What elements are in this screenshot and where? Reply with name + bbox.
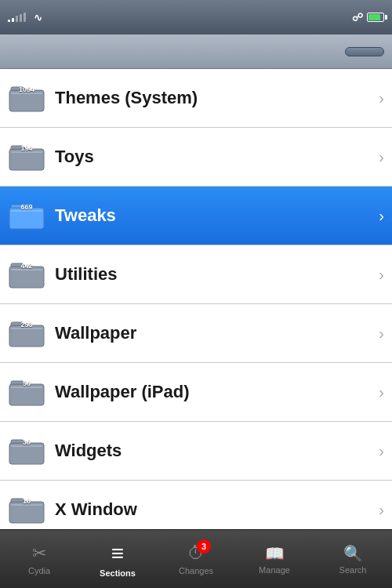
item-label-wallpaper-ipad: Wallpaper (iPad)	[55, 382, 372, 402]
folder-icon-wallpaper: 253	[8, 318, 45, 349]
chevron-icon-widgets: ›	[379, 442, 384, 460]
chevron-icon-x-window: ›	[379, 501, 384, 519]
chevron-icon-themes-system: ›	[379, 89, 384, 107]
bluetooth-icon: ☍	[352, 11, 363, 24]
status-left: ∿	[8, 12, 86, 24]
sections-list: 1054Themes (System)›194Toys›669Tweaks›44…	[0, 69, 392, 529]
status-bar: ∿ ☍	[0, 0, 392, 34]
tab-cydia[interactable]: ✂Cydia	[0, 530, 78, 588]
list-item-wallpaper-ipad[interactable]: 56Wallpaper (iPad)›	[0, 363, 392, 422]
tab-manage[interactable]: 📖Manage	[235, 530, 314, 588]
item-label-widgets: Widgets	[55, 441, 372, 461]
item-label-utilities: Utilities	[55, 264, 372, 285]
list-container: 1054Themes (System)›194Toys›669Tweaks›44…	[0, 69, 392, 529]
folder-icon-themes-system: 1054	[8, 82, 45, 114]
folder-count-toys: 194	[9, 144, 44, 152]
folder-icon-tweaks: 669	[8, 200, 45, 231]
folder-icon-toys: 194	[8, 141, 45, 172]
list-item-x-window[interactable]: 18X Window›	[0, 481, 392, 529]
battery-icon	[367, 13, 384, 22]
list-item-utilities[interactable]: 442Utilities›	[0, 245, 392, 304]
tab-search[interactable]: 🔍Search	[314, 530, 392, 588]
item-label-wallpaper: Wallpaper	[55, 323, 372, 343]
tab-label-sections: Sections	[100, 568, 136, 578]
chevron-icon-wallpaper-ipad: ›	[379, 383, 384, 401]
folder-icon-wallpaper-ipad: 56	[8, 376, 45, 408]
list-item-widgets[interactable]: 36Widgets›	[0, 422, 392, 481]
tab-bar: ✂Cydia≡Sections⏱3Changes📖Manage🔍Search	[0, 529, 392, 588]
folder-count-wallpaper-ipad: 56	[9, 379, 44, 387]
tab-label-cydia: Cydia	[28, 566, 50, 575]
item-label-tweaks: Tweaks	[55, 205, 372, 226]
item-label-toys: Toys	[55, 147, 372, 167]
tab-label-changes: Changes	[179, 566, 213, 575]
search-icon: 🔍	[343, 544, 363, 563]
folder-count-tweaks: 669	[9, 203, 44, 211]
chevron-icon-wallpaper: ›	[379, 325, 384, 343]
nav-bar	[0, 34, 392, 69]
tab-sections[interactable]: ≡Sections	[78, 530, 157, 588]
wifi-icon: ∿	[34, 12, 42, 24]
badge-changes: 3	[197, 539, 211, 554]
folder-count-themes-system: 1054	[9, 85, 44, 93]
status-right: ☍	[306, 11, 384, 24]
list-item-toys[interactable]: 194Toys›	[0, 128, 392, 187]
folder-icon-utilities: 442	[8, 259, 45, 290]
item-label-themes-system: Themes (System)	[55, 88, 372, 108]
edit-button[interactable]	[345, 47, 384, 56]
folder-count-widgets: 36	[9, 438, 44, 446]
book-icon: 📖	[265, 544, 285, 563]
clock-icon: ⏱3	[187, 543, 205, 564]
list-item-themes-system[interactable]: 1054Themes (System)›	[0, 69, 392, 128]
tab-label-manage: Manage	[259, 565, 290, 575]
sections-icon: ≡	[111, 541, 124, 566]
chevron-icon-toys: ›	[379, 148, 384, 166]
chevron-icon-tweaks: ›	[379, 207, 384, 225]
folder-icon-x-window: 18	[8, 494, 45, 525]
scissors-icon: ✂	[32, 543, 46, 564]
list-item-tweaks[interactable]: 669Tweaks›	[0, 187, 392, 245]
tab-changes[interactable]: ⏱3Changes	[157, 530, 235, 588]
signal-icon	[8, 13, 26, 22]
folder-count-x-window: 18	[9, 497, 44, 505]
folder-count-utilities: 442	[9, 262, 44, 270]
list-item-wallpaper[interactable]: 253Wallpaper›	[0, 304, 392, 363]
folder-count-wallpaper: 253	[9, 321, 44, 328]
folder-icon-widgets: 36	[8, 435, 45, 466]
chevron-icon-utilities: ›	[379, 266, 384, 284]
item-label-x-window: X Window	[55, 499, 372, 520]
tab-label-search: Search	[339, 565, 367, 575]
